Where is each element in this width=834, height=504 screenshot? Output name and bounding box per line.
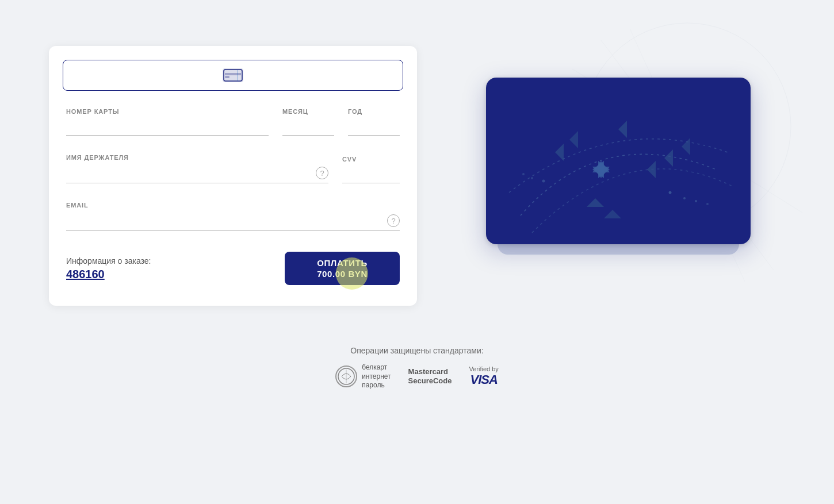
email-row: EMAIL ? xyxy=(66,202,400,231)
svg-marker-17 xyxy=(647,161,656,178)
email-group: EMAIL ? xyxy=(66,202,400,231)
svg-marker-15 xyxy=(555,144,564,161)
verified-by-text: Verified by xyxy=(469,366,498,372)
mastercard-text: Mastercard SecureCode xyxy=(408,367,452,387)
year-input-wrap xyxy=(348,121,400,136)
visa-text: VISA xyxy=(470,372,497,387)
cvv-input-wrap xyxy=(342,168,400,183)
card-number-label: НОМЕР КАРТЫ xyxy=(66,108,269,115)
form-panel: НОМЕР КАРТЫ МЕСЯЦ ГОД xyxy=(49,46,417,306)
holder-help-icon[interactable]: ? xyxy=(316,167,328,179)
card-selector-row[interactable] xyxy=(63,60,403,91)
holder-input[interactable] xyxy=(66,168,313,180)
email-input-wrap: ? xyxy=(66,214,400,231)
month-group: МЕСЯЦ xyxy=(282,108,334,136)
email-input[interactable] xyxy=(66,216,385,228)
svg-marker-19 xyxy=(682,138,690,155)
order-info: Информация о заказе: 486160 xyxy=(66,256,151,281)
email-label: EMAIL xyxy=(66,202,400,209)
email-help-icon[interactable]: ? xyxy=(387,214,400,227)
svg-marker-20 xyxy=(587,198,604,207)
bottom-row: Информация о заказе: 486160 ОПЛАТИТЬ 700… xyxy=(66,252,400,290)
svg-marker-22 xyxy=(618,121,627,138)
svg-point-25 xyxy=(695,200,697,202)
svg-marker-18 xyxy=(664,149,673,167)
card-number-group: НОМЕР КАРТЫ xyxy=(66,108,269,136)
cvv-input[interactable] xyxy=(342,168,400,180)
card-number-input[interactable] xyxy=(66,121,269,133)
card-decoration-svg xyxy=(486,78,751,244)
main-content: НОМЕР КАРТЫ МЕСЯЦ ГОД xyxy=(14,23,820,329)
svg-point-29 xyxy=(522,173,525,175)
card-number-input-wrap xyxy=(66,121,269,136)
svg-point-26 xyxy=(706,203,709,205)
order-info-label: Информация о заказе: xyxy=(66,256,151,266)
card-icon xyxy=(223,68,243,82)
belkart-logo: белкартинтернетпароль xyxy=(335,363,391,390)
year-input[interactable] xyxy=(348,121,400,133)
cvv-label: CVV xyxy=(342,156,400,163)
svg-point-24 xyxy=(683,197,686,199)
credit-card xyxy=(486,78,751,244)
fields-area: НОМЕР КАРТЫ МЕСЯЦ ГОД xyxy=(49,91,417,306)
svg-marker-21 xyxy=(604,210,621,218)
month-input-wrap xyxy=(282,121,334,136)
holder-input-wrap: ? xyxy=(66,167,328,183)
svg-marker-16 xyxy=(569,131,578,148)
svg-point-23 xyxy=(669,191,672,194)
svg-point-28 xyxy=(531,177,533,179)
month-label: МЕСЯЦ xyxy=(282,108,334,115)
holder-label: ИМЯ ДЕРЖАТЕЛЯ xyxy=(66,154,328,161)
svg-rect-3 xyxy=(225,76,229,78)
holder-group: ИМЯ ДЕРЖАТЕЛЯ ? xyxy=(66,154,328,183)
pay-button[interactable]: ОПЛАТИТЬ 700.00 BYN xyxy=(285,252,400,285)
security-text: Операции защищены стандартами: xyxy=(350,346,483,355)
belkart-text: белкартинтернетпароль xyxy=(362,363,391,390)
fields-row-1: НОМЕР КАРТЫ МЕСЯЦ ГОД xyxy=(66,108,400,136)
card-visual-area xyxy=(452,46,785,276)
cvv-group: CVV xyxy=(342,156,400,183)
year-group: ГОД xyxy=(348,108,400,136)
security-row: Операции защищены стандартами: белкартин… xyxy=(335,346,499,402)
visa-logo: Verified by VISA xyxy=(469,366,498,387)
svg-point-27 xyxy=(542,180,545,183)
mastercard-logo: Mastercard SecureCode xyxy=(408,367,452,387)
security-logos: белкартинтернетпароль Mastercard SecureC… xyxy=(335,363,499,390)
order-number[interactable]: 486160 xyxy=(66,268,151,281)
pay-button-line1: ОПЛАТИТЬ xyxy=(317,257,368,269)
year-label: ГОД xyxy=(348,108,400,115)
month-input[interactable] xyxy=(282,121,334,133)
belkart-circle-icon xyxy=(335,366,357,387)
card-selector-icon xyxy=(223,68,243,82)
fields-row-2: ИМЯ ДЕРЖАТЕЛЯ ? CVV xyxy=(66,154,400,183)
card-container xyxy=(486,78,751,244)
page-container: НОМЕР КАРТЫ МЕСЯЦ ГОД xyxy=(12,23,822,504)
svg-rect-2 xyxy=(225,73,241,75)
pay-button-line2: 700.00 BYN xyxy=(317,268,368,280)
